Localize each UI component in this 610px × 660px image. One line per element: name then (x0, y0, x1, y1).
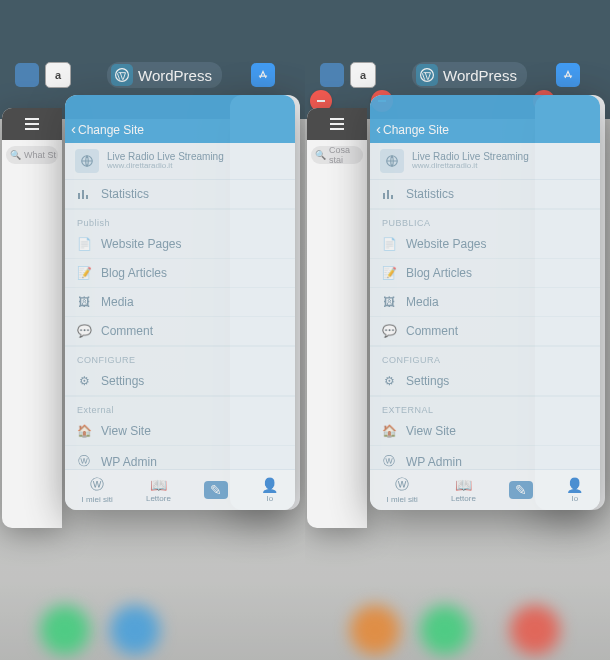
background-app-card[interactable]: 🔍 What St (2, 108, 62, 528)
search-input[interactable]: 🔍 What St (6, 146, 58, 164)
background-app-card[interactable]: 🔍 Cosa stai (307, 108, 367, 528)
app-icon-unknown[interactable] (15, 63, 39, 87)
section-publish: PUBBLICA (370, 209, 600, 230)
comments-row[interactable]: 💬Comment (370, 317, 600, 346)
wordpress-tab-icon: ⓦ (395, 476, 409, 494)
section-configure: CONFIGURA (370, 346, 600, 367)
media-icon: 🖼 (77, 295, 91, 309)
tab-my-sites[interactable]: ⓦI miei siti (387, 476, 418, 504)
reader-icon: 📖 (455, 477, 472, 493)
settings-row[interactable]: ⚙Settings (65, 367, 295, 396)
header-back-label[interactable]: Change Site (78, 123, 144, 137)
search-input[interactable]: 🔍 Cosa stai (311, 146, 363, 164)
stats-label: Statistics (101, 187, 149, 201)
chevron-left-icon[interactable]: ‹ (71, 120, 76, 137)
site-row[interactable]: Live Radio Live Streaming www.direttarad… (65, 143, 295, 180)
person-icon: 👤 (566, 477, 583, 493)
media-icon: 🖼 (382, 295, 396, 309)
media-row[interactable]: 🖼Media (370, 288, 600, 317)
wp-admin-label: WP Admin (101, 455, 157, 469)
appstore-icon[interactable] (556, 63, 580, 87)
screenshot-left: a WordPress 🔍 What St (0, 0, 305, 660)
wordpress-small-icon: ⓦ (77, 453, 91, 470)
svg-rect-8 (387, 190, 389, 199)
wordpress-tab-icon: ⓦ (90, 476, 104, 494)
pages-row[interactable]: 📄Website Pages (65, 230, 295, 259)
svg-rect-4 (86, 195, 88, 199)
section-external: EXTERNAL (370, 396, 600, 417)
posts-label: Blog Articles (406, 266, 472, 280)
tab-my-sites[interactable]: ⓦI miei siti (82, 476, 113, 504)
gear-icon: ⚙ (77, 374, 91, 388)
wordpress-icon (111, 64, 133, 86)
globe-icon (380, 149, 404, 173)
wordpress-switcher-label[interactable]: WordPress (412, 62, 527, 88)
stats-icon (382, 188, 396, 200)
tab-me-label: Io (267, 494, 274, 503)
tab-reader[interactable]: 📖Lettore (146, 477, 171, 503)
site-row[interactable]: Live Radio Live Streaming www.direttarad… (370, 143, 600, 180)
app-header: ‹ Change Site (370, 95, 600, 143)
wordpress-label: WordPress (138, 67, 212, 84)
amazon-icon[interactable]: a (350, 62, 376, 88)
hamburger-icon[interactable] (2, 108, 62, 140)
comments-label: Comment (406, 324, 458, 338)
search-icon: 🔍 (315, 150, 326, 160)
comments-label: Comment (101, 324, 153, 338)
hamburger-icon[interactable] (307, 108, 367, 140)
tab-me[interactable]: 👤Io (566, 477, 583, 503)
app-icon-unknown[interactable] (320, 63, 344, 87)
posts-icon: 📝 (382, 266, 396, 280)
site-url: www.direttaradio.it (107, 162, 224, 170)
posts-row[interactable]: 📝Blog Articles (370, 259, 600, 288)
chevron-left-icon[interactable]: ‹ (376, 120, 381, 137)
site-url: www.direttaradio.it (412, 162, 529, 170)
wordpress-app-card[interactable]: ‹ Change Site Live Radio Live Streaming … (65, 95, 295, 510)
comments-icon: 💬 (382, 324, 396, 338)
home-icon: 🏠 (382, 424, 396, 438)
tab-bar: ⓦI miei siti 📖Lettore ✎ 👤Io (65, 469, 295, 510)
app-switcher-comparison: a WordPress 🔍 What St (0, 0, 610, 660)
tab-compose[interactable]: ✎ (204, 481, 228, 499)
stats-row[interactable]: Statistics (65, 180, 295, 209)
section-configure: CONFIGURE (65, 346, 295, 367)
search-placeholder: What St (24, 150, 56, 160)
svg-rect-9 (391, 195, 393, 199)
settings-label: Settings (406, 374, 449, 388)
tab-reader-label: Lettore (451, 494, 476, 503)
header-back-label[interactable]: Change Site (383, 123, 449, 137)
tab-reader[interactable]: 📖Lettore (451, 477, 476, 503)
wordpress-app-card[interactable]: ‹ Change Site Live Radio Live Streaming … (370, 95, 600, 510)
posts-icon: 📝 (77, 266, 91, 280)
compose-icon: ✎ (204, 481, 228, 499)
search-placeholder: Cosa stai (329, 145, 363, 165)
globe-icon (75, 149, 99, 173)
view-site-label: View Site (406, 424, 456, 438)
pages-row[interactable]: 📄Website Pages (370, 230, 600, 259)
amazon-icon[interactable]: a (45, 62, 71, 88)
stats-icon (77, 188, 91, 200)
switcher-app-labels: a WordPress (0, 62, 305, 88)
settings-row[interactable]: ⚙Settings (370, 367, 600, 396)
comments-icon: 💬 (77, 324, 91, 338)
tab-my-sites-label: I miei siti (387, 495, 418, 504)
comments-row[interactable]: 💬Comment (65, 317, 295, 346)
stats-row[interactable]: Statistics (370, 180, 600, 209)
app-header: ‹ Change Site (65, 95, 295, 143)
media-label: Media (406, 295, 439, 309)
posts-label: Blog Articles (101, 266, 167, 280)
pages-label: Website Pages (406, 237, 487, 251)
tab-compose[interactable]: ✎ (509, 481, 533, 499)
view-site-row[interactable]: 🏠View Site (370, 417, 600, 446)
settings-label: Settings (101, 374, 144, 388)
wp-admin-label: WP Admin (406, 455, 462, 469)
tab-me[interactable]: 👤Io (261, 477, 278, 503)
svg-rect-7 (383, 193, 385, 199)
view-site-row[interactable]: 🏠View Site (65, 417, 295, 446)
tab-me-label: Io (572, 494, 579, 503)
posts-row[interactable]: 📝Blog Articles (65, 259, 295, 288)
wordpress-small-icon: ⓦ (382, 453, 396, 470)
wordpress-switcher-label[interactable]: WordPress (107, 62, 222, 88)
media-row[interactable]: 🖼Media (65, 288, 295, 317)
appstore-icon[interactable] (251, 63, 275, 87)
